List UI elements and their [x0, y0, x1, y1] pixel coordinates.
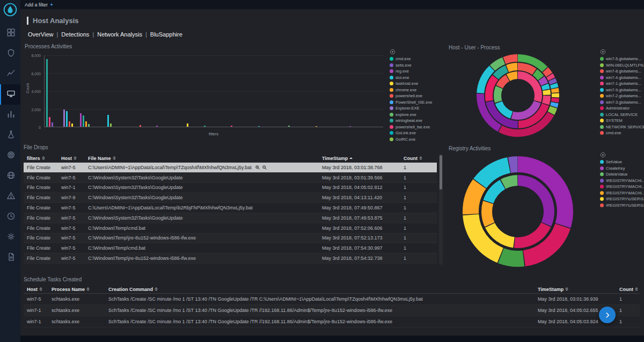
add-filter-button[interactable]: Add a filter +	[25, 2, 53, 8]
chart-bar[interactable]	[349, 126, 351, 127]
sidebar-item-history[interactable]	[0, 207, 20, 227]
chart-bar[interactable]	[83, 115, 84, 127]
legend-item[interactable]: Administrator	[600, 105, 644, 112]
column-header-count[interactable]: Count	[616, 287, 640, 292]
scrollbar-thumb[interactable]	[440, 155, 442, 190]
legend-item[interactable]: LOCAL SERVICE	[600, 112, 644, 118]
legend-item[interactable]: DeleteValue	[600, 171, 644, 178]
sidebar-item-alert[interactable]	[0, 186, 20, 207]
schedule-task-row[interactable]: win7-5schtasks.exeSchTasks /Create /SC m…	[24, 294, 640, 305]
legend-item[interactable]: win7-3.globalwms...	[600, 99, 644, 106]
file-drop-row[interactable]: File Createwin7-5C:\Windows\Temp\jre-8u1…	[24, 234, 437, 244]
legend-item[interactable]: \REGISTRY\MACHI...	[600, 184, 644, 190]
file-drop-row[interactable]: File Createwin7-5C:\Windows\System32\Tas…	[24, 173, 437, 183]
sidebar-item-target[interactable]	[0, 145, 20, 166]
legend-item[interactable]: win7-2.globalwms...	[600, 93, 644, 99]
legend-item[interactable]: chrome.exe	[390, 87, 450, 93]
legend-item[interactable]: CreateKey	[600, 165, 644, 172]
chart-bar[interactable]	[49, 117, 50, 127]
schedule-task-row[interactable]: win7-1schtasks.exeSchTasks /Create /SC m…	[24, 316, 640, 328]
file-drop-row[interactable]: File Createwin7-5C:\Windows\Temp\cmd.bat…	[24, 223, 437, 234]
chart-bar[interactable]	[52, 122, 53, 127]
column-header-timestamp[interactable]: TimeStamp	[319, 156, 400, 161]
chart-bar[interactable]	[107, 115, 109, 127]
chart-bar[interactable]	[110, 123, 112, 127]
sidebar-item-flask[interactable]	[0, 125, 20, 145]
legend-item[interactable]: WIN-06ELQLMTLFN...	[600, 62, 644, 69]
zoom-in-icon[interactable]	[255, 165, 260, 170]
legend-item[interactable]: win7-4.globalwms...	[600, 75, 644, 81]
legend-options-icon[interactable]	[600, 152, 644, 159]
file-drop-row[interactable]: File Createwin7-9C:\Windows\System32\Tas…	[24, 193, 437, 203]
chart-bar[interactable]	[258, 126, 260, 127]
blusapphire-logo-icon[interactable]	[3, 3, 17, 17]
sidebar-item-shield[interactable]	[0, 43, 20, 64]
legend-item[interactable]: NETWORK SERVICE	[600, 124, 644, 130]
legend-item[interactable]: win7-8.globalwms...	[600, 68, 644, 75]
legend-item[interactable]: \REGISTRY\MACHI...	[600, 190, 644, 197]
legend-item[interactable]: reg.exe	[390, 68, 450, 75]
chart-bar[interactable]	[204, 126, 206, 127]
file-drop-row[interactable]: File Createwin7-5C:\Users\ADMINI~1\AppDa…	[24, 203, 437, 213]
legend-item[interactable]: \REGISTRY\USER\S...	[600, 202, 644, 209]
legend-item[interactable]: explore.exe	[390, 112, 450, 118]
nav-link-detections[interactable]: Detections	[61, 31, 89, 38]
chart-bar[interactable]	[69, 121, 70, 127]
sidebar-item-settings[interactable]	[0, 227, 20, 248]
sidebar-item-dashboard[interactable]	[0, 23, 20, 43]
chart-bar[interactable]	[140, 125, 141, 127]
column-header-host[interactable]: Host	[58, 156, 85, 161]
file-drop-row[interactable]: File Createwin7-5C:\Users\ADMINI~1\AppDa…	[24, 163, 437, 173]
chart-bar[interactable]	[46, 59, 48, 127]
file-drop-row[interactable]: File Createwin7-5C:\Windows\System32\Tas…	[24, 213, 437, 223]
column-header-host[interactable]: Host	[24, 287, 48, 292]
legend-item[interactable]: win7-9.globalwms...	[600, 87, 644, 93]
next-page-button[interactable]	[599, 307, 616, 323]
file-drop-row[interactable]: File Createwin7-1C:\Windows\System32\Tas…	[24, 183, 437, 193]
column-header-timestamp[interactable]: TimeStamp	[535, 287, 616, 292]
nav-link-overview[interactable]: OverView	[28, 31, 53, 38]
legend-item[interactable]: Explorer.EXE	[390, 105, 450, 112]
chart-bar[interactable]	[288, 126, 290, 127]
legend-item[interactable]: win7-5.globalwms...	[600, 56, 644, 62]
column-header-creation-command[interactable]: Creation Command	[105, 287, 535, 292]
sidebar-item-file[interactable]	[0, 248, 20, 268]
chart-bar[interactable]	[156, 126, 158, 127]
legend-item[interactable]: PowerShell_ISE.exe	[390, 99, 450, 106]
sidebar-item-bar-chart[interactable]	[0, 105, 20, 125]
legend-item[interactable]: SetValue	[600, 159, 644, 165]
legend-item[interactable]: GoLink.exe	[390, 130, 450, 136]
chart-bar[interactable]	[66, 111, 68, 127]
legend-item[interactable]: powershell_tse.exe	[390, 124, 450, 130]
chart-bar[interactable]	[80, 113, 82, 127]
legend-item[interactable]: win7-1.globalwms...	[600, 81, 644, 87]
legend-item[interactable]: SYSTEM	[600, 118, 644, 124]
chart-bar[interactable]	[63, 110, 65, 127]
nav-link-blusapphire[interactable]: BluSapphire	[150, 31, 182, 38]
chart-bar[interactable]	[85, 121, 87, 127]
legend-item[interactable]: cmd.exe	[390, 56, 450, 62]
legend-item[interactable]: winlogbeat.exe	[390, 118, 450, 124]
nav-link-network-analysis[interactable]: Network Analysis	[97, 31, 142, 38]
zoom-out-icon[interactable]	[262, 165, 267, 170]
sidebar-item-monitor[interactable]	[0, 84, 20, 105]
column-header-file-name[interactable]: File Name	[85, 156, 319, 161]
legend-item[interactable]: \REGISTRY\USER\S...	[600, 196, 644, 202]
legend-item[interactable]: cmd.exe	[600, 130, 644, 136]
sidebar-item-globe[interactable]	[0, 166, 20, 186]
column-header-process-name[interactable]: Process Name	[48, 287, 105, 292]
chart-bar[interactable]	[316, 126, 317, 127]
chart-bar[interactable]	[231, 126, 232, 127]
legend-item[interactable]: powershell.exe	[390, 93, 450, 99]
file-drop-row[interactable]: File Createwin7-5C:\Windows\Temp\cmd.bat…	[24, 243, 437, 253]
legend-options-icon[interactable]	[600, 49, 644, 56]
chart-bar[interactable]	[88, 124, 90, 127]
legend-item[interactable]: GoIRC.exe	[390, 136, 450, 143]
legend-item[interactable]: setis.exe	[390, 62, 450, 69]
legend-item[interactable]: \REGISTRY\MACHI...	[600, 178, 644, 184]
file-drop-row[interactable]: File Createwin7-5C:\Windows\Temp\jre-8u1…	[24, 253, 437, 264]
chart-bar[interactable]	[71, 123, 73, 127]
schedule-task-row[interactable]: win7-1schtasks.exeSchTasks /Create /SC m…	[24, 305, 640, 316]
legend-options-icon[interactable]	[390, 49, 450, 56]
legend-item[interactable]: taskhost.exe	[390, 81, 450, 87]
